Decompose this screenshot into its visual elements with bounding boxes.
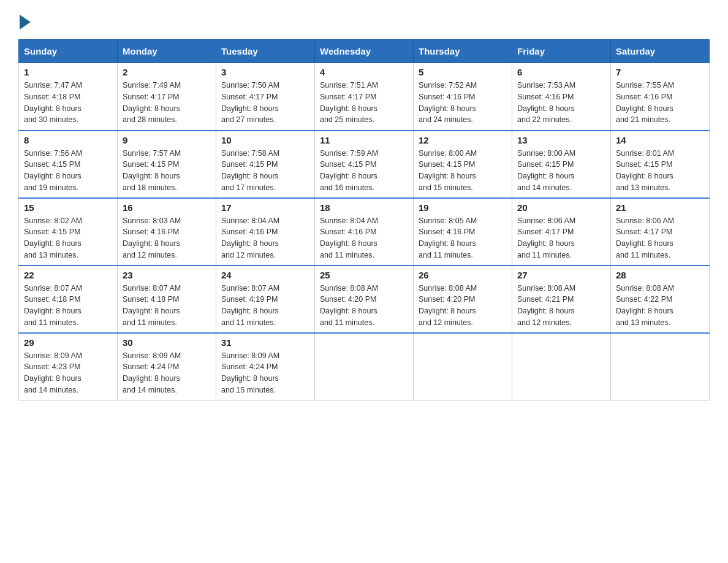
day-number: 9 <box>123 135 211 145</box>
logo <box>18 12 31 27</box>
day-info: Sunrise: 8:09 AMSunset: 4:24 PMDaylight:… <box>221 350 309 396</box>
calendar-cell: 26Sunrise: 8:08 AMSunset: 4:20 PMDayligh… <box>414 266 512 333</box>
day-info: Sunrise: 8:08 AMSunset: 4:20 PMDaylight:… <box>419 283 507 329</box>
day-number: 13 <box>517 135 605 145</box>
calendar-cell: 24Sunrise: 8:07 AMSunset: 4:19 PMDayligh… <box>216 266 315 333</box>
day-info: Sunrise: 8:04 AMSunset: 4:16 PMDaylight:… <box>320 215 408 261</box>
day-info: Sunrise: 7:53 AMSunset: 4:16 PMDaylight:… <box>517 80 605 126</box>
day-number: 10 <box>221 135 309 145</box>
day-info: Sunrise: 8:09 AMSunset: 4:24 PMDaylight:… <box>123 350 211 396</box>
calendar-week-row: 15Sunrise: 8:02 AMSunset: 4:15 PMDayligh… <box>19 198 710 266</box>
day-info: Sunrise: 8:08 AMSunset: 4:22 PMDaylight:… <box>616 283 704 329</box>
day-info: Sunrise: 8:07 AMSunset: 4:19 PMDaylight:… <box>221 283 309 329</box>
day-number: 3 <box>221 67 309 77</box>
day-number: 30 <box>123 337 211 348</box>
col-header-monday: Monday <box>118 40 216 63</box>
day-info: Sunrise: 7:52 AMSunset: 4:16 PMDaylight:… <box>419 80 507 126</box>
calendar-cell: 9Sunrise: 7:57 AMSunset: 4:15 PMDaylight… <box>118 131 216 198</box>
day-number: 27 <box>517 270 605 280</box>
calendar-cell: 11Sunrise: 7:59 AMSunset: 4:15 PMDayligh… <box>315 131 414 198</box>
calendar-cell: 29Sunrise: 8:09 AMSunset: 4:23 PMDayligh… <box>19 333 118 400</box>
col-header-sunday: Sunday <box>19 40 118 63</box>
calendar-cell: 8Sunrise: 7:56 AMSunset: 4:15 PMDaylight… <box>19 131 118 198</box>
day-number: 28 <box>616 270 704 280</box>
day-info: Sunrise: 8:05 AMSunset: 4:16 PMDaylight:… <box>419 215 507 261</box>
calendar-week-row: 29Sunrise: 8:09 AMSunset: 4:23 PMDayligh… <box>19 333 710 400</box>
day-number: 12 <box>419 135 507 145</box>
calendar-cell: 22Sunrise: 8:07 AMSunset: 4:18 PMDayligh… <box>19 266 118 333</box>
day-number: 7 <box>616 67 704 77</box>
day-number: 8 <box>24 135 112 145</box>
day-info: Sunrise: 8:06 AMSunset: 4:17 PMDaylight:… <box>517 215 605 261</box>
day-info: Sunrise: 8:01 AMSunset: 4:15 PMDaylight:… <box>616 148 704 194</box>
calendar-cell: 7Sunrise: 7:55 AMSunset: 4:16 PMDaylight… <box>611 63 710 131</box>
day-number: 6 <box>517 67 605 77</box>
day-number: 26 <box>419 270 507 280</box>
day-info: Sunrise: 8:07 AMSunset: 4:18 PMDaylight:… <box>123 283 211 329</box>
day-info: Sunrise: 8:08 AMSunset: 4:20 PMDaylight:… <box>320 283 408 329</box>
day-number: 24 <box>221 270 309 280</box>
day-info: Sunrise: 7:47 AMSunset: 4:18 PMDaylight:… <box>24 80 112 126</box>
calendar-cell: 13Sunrise: 8:00 AMSunset: 4:15 PMDayligh… <box>512 131 611 198</box>
calendar-cell: 19Sunrise: 8:05 AMSunset: 4:16 PMDayligh… <box>414 198 512 266</box>
day-number: 31 <box>221 337 309 348</box>
calendar-table: SundayMondayTuesdayWednesdayThursdayFrid… <box>18 39 710 400</box>
calendar-cell: 15Sunrise: 8:02 AMSunset: 4:15 PMDayligh… <box>19 198 118 266</box>
col-header-friday: Friday <box>512 40 611 63</box>
calendar-cell: 14Sunrise: 8:01 AMSunset: 4:15 PMDayligh… <box>611 131 710 198</box>
calendar-cell: 5Sunrise: 7:52 AMSunset: 4:16 PMDaylight… <box>414 63 512 131</box>
day-number: 14 <box>616 135 704 145</box>
day-info: Sunrise: 8:00 AMSunset: 4:15 PMDaylight:… <box>419 148 507 194</box>
logo-triangle-icon <box>20 15 31 29</box>
day-number: 20 <box>517 202 605 213</box>
day-info: Sunrise: 8:07 AMSunset: 4:18 PMDaylight:… <box>24 283 112 329</box>
calendar-week-row: 8Sunrise: 7:56 AMSunset: 4:15 PMDaylight… <box>19 131 710 198</box>
col-header-tuesday: Tuesday <box>216 40 315 63</box>
calendar-cell: 4Sunrise: 7:51 AMSunset: 4:17 PMDaylight… <box>315 63 414 131</box>
calendar-cell: 1Sunrise: 7:47 AMSunset: 4:18 PMDaylight… <box>19 63 118 131</box>
day-number: 5 <box>419 67 507 77</box>
calendar-cell: 27Sunrise: 8:08 AMSunset: 4:21 PMDayligh… <box>512 266 611 333</box>
calendar-week-row: 22Sunrise: 8:07 AMSunset: 4:18 PMDayligh… <box>19 266 710 333</box>
day-number: 25 <box>320 270 408 280</box>
day-number: 29 <box>24 337 112 348</box>
day-info: Sunrise: 7:59 AMSunset: 4:15 PMDaylight:… <box>320 148 408 194</box>
day-number: 18 <box>320 202 408 213</box>
col-header-thursday: Thursday <box>414 40 512 63</box>
calendar-cell: 16Sunrise: 8:03 AMSunset: 4:16 PMDayligh… <box>118 198 216 266</box>
day-info: Sunrise: 8:08 AMSunset: 4:21 PMDaylight:… <box>517 283 605 329</box>
col-header-wednesday: Wednesday <box>315 40 414 63</box>
col-header-saturday: Saturday <box>611 40 710 63</box>
day-number: 21 <box>616 202 704 213</box>
calendar-cell: 17Sunrise: 8:04 AMSunset: 4:16 PMDayligh… <box>216 198 315 266</box>
day-number: 16 <box>123 202 211 213</box>
day-number: 22 <box>24 270 112 280</box>
calendar-cell: 25Sunrise: 8:08 AMSunset: 4:20 PMDayligh… <box>315 266 414 333</box>
day-info: Sunrise: 8:04 AMSunset: 4:16 PMDaylight:… <box>221 215 309 261</box>
day-info: Sunrise: 8:03 AMSunset: 4:16 PMDaylight:… <box>123 215 211 261</box>
calendar-week-row: 1Sunrise: 7:47 AMSunset: 4:18 PMDaylight… <box>19 63 710 131</box>
day-info: Sunrise: 7:57 AMSunset: 4:15 PMDaylight:… <box>123 148 211 194</box>
day-number: 15 <box>24 202 112 213</box>
day-info: Sunrise: 7:51 AMSunset: 4:17 PMDaylight:… <box>320 80 408 126</box>
day-number: 19 <box>419 202 507 213</box>
day-info: Sunrise: 7:55 AMSunset: 4:16 PMDaylight:… <box>616 80 704 126</box>
day-number: 1 <box>24 67 112 77</box>
calendar-cell: 20Sunrise: 8:06 AMSunset: 4:17 PMDayligh… <box>512 198 611 266</box>
day-number: 17 <box>221 202 309 213</box>
calendar-cell: 30Sunrise: 8:09 AMSunset: 4:24 PMDayligh… <box>118 333 216 400</box>
calendar-cell: 28Sunrise: 8:08 AMSunset: 4:22 PMDayligh… <box>611 266 710 333</box>
calendar-cell <box>414 333 512 400</box>
day-info: Sunrise: 8:02 AMSunset: 4:15 PMDaylight:… <box>24 215 112 261</box>
day-info: Sunrise: 7:49 AMSunset: 4:17 PMDaylight:… <box>123 80 211 126</box>
day-info: Sunrise: 8:09 AMSunset: 4:23 PMDaylight:… <box>24 350 112 396</box>
day-info: Sunrise: 8:06 AMSunset: 4:17 PMDaylight:… <box>616 215 704 261</box>
calendar-cell: 31Sunrise: 8:09 AMSunset: 4:24 PMDayligh… <box>216 333 315 400</box>
calendar-cell <box>611 333 710 400</box>
day-info: Sunrise: 7:56 AMSunset: 4:15 PMDaylight:… <box>24 148 112 194</box>
day-number: 4 <box>320 67 408 77</box>
calendar-cell: 12Sunrise: 8:00 AMSunset: 4:15 PMDayligh… <box>414 131 512 198</box>
calendar-cell: 23Sunrise: 8:07 AMSunset: 4:18 PMDayligh… <box>118 266 216 333</box>
calendar-cell <box>512 333 611 400</box>
calendar-cell <box>315 333 414 400</box>
